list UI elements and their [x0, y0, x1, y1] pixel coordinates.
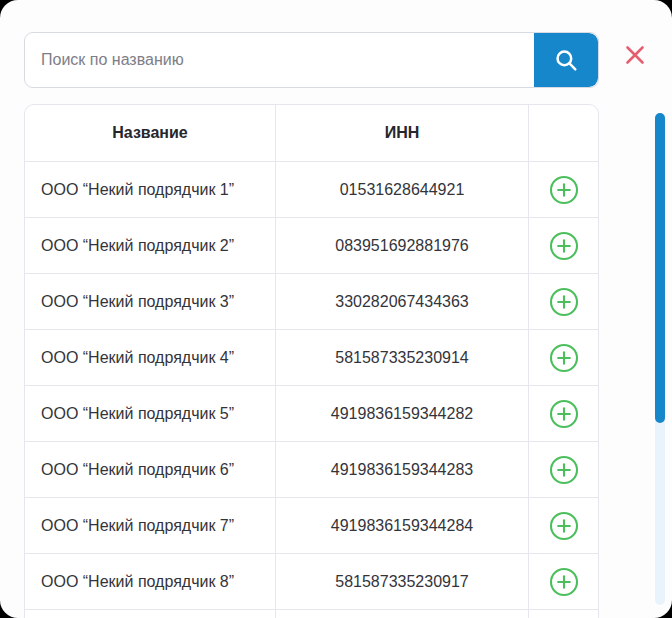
contractor-inn: 581587335230914	[275, 330, 528, 385]
plus-icon	[549, 511, 579, 541]
scrollbar-track[interactable]	[655, 113, 665, 605]
row-actions	[528, 442, 598, 497]
header-name: Название	[25, 105, 275, 161]
table-row: ООО “Некий подрядчик 5” 4919836159344282	[25, 385, 598, 441]
table-row: ООО “Некий подрядчик 6” 4919836159344283	[25, 441, 598, 497]
table-row: ООО “Некий подрядчик 8” 581587335230917	[25, 553, 598, 609]
contractor-inn: 01531628644921	[275, 162, 528, 217]
contractor-name: ООО “Некий подрядчик 4”	[25, 330, 275, 385]
table-body: ООО “Некий подрядчик 1” 01531628644921 О…	[25, 161, 598, 609]
search-icon	[553, 47, 579, 73]
row-actions	[528, 330, 598, 385]
add-contractor-button[interactable]	[549, 399, 579, 429]
row-actions	[528, 554, 598, 609]
close-icon	[625, 45, 645, 65]
contractor-inn: 581587335230917	[275, 554, 528, 609]
row-actions	[528, 274, 598, 329]
header-actions	[528, 105, 598, 161]
header-inn: ИНН	[275, 105, 528, 161]
row-actions	[528, 386, 598, 441]
contractor-name: ООО “Некий подрядчик 8”	[25, 554, 275, 609]
table-row-partial	[25, 609, 598, 618]
add-contractor-button[interactable]	[549, 287, 579, 317]
scrollbar-thumb[interactable]	[655, 113, 665, 423]
search-row	[24, 32, 645, 88]
plus-icon	[549, 455, 579, 485]
row-actions	[528, 162, 598, 217]
add-contractor-button[interactable]	[549, 343, 579, 373]
search-box	[24, 32, 599, 88]
contractor-name: ООО “Некий подрядчик 1”	[25, 162, 275, 217]
contractor-name: ООО “Некий подрядчик 2”	[25, 218, 275, 273]
add-contractor-button[interactable]	[549, 567, 579, 597]
contractor-inn: 4919836159344284	[275, 498, 528, 553]
table-header-row: Название ИНН	[25, 105, 598, 161]
add-contractor-button[interactable]	[549, 231, 579, 261]
add-contractor-button[interactable]	[549, 175, 579, 205]
contractor-search-panel: Название ИНН ООО “Некий подрядчик 1” 015…	[0, 0, 672, 618]
contractor-name: ООО “Некий подрядчик 6”	[25, 442, 275, 497]
table-row: ООО “Некий подрядчик 1” 01531628644921	[25, 161, 598, 217]
contractors-table: Название ИНН ООО “Некий подрядчик 1” 015…	[24, 104, 599, 618]
contractor-name: ООО “Некий подрядчик 3”	[25, 274, 275, 329]
close-button[interactable]	[625, 45, 645, 65]
row-actions	[528, 498, 598, 553]
contractor-inn: 4919836159344283	[275, 442, 528, 497]
plus-icon	[549, 567, 579, 597]
table-row: ООО “Некий подрядчик 7” 4919836159344284	[25, 497, 598, 553]
add-contractor-button[interactable]	[549, 511, 579, 541]
plus-icon	[549, 287, 579, 317]
plus-icon	[549, 231, 579, 261]
plus-icon	[549, 175, 579, 205]
contractor-name: ООО “Некий подрядчик 5”	[25, 386, 275, 441]
add-contractor-button[interactable]	[549, 455, 579, 485]
contractor-inn: 4919836159344282	[275, 386, 528, 441]
contractor-name: ООО “Некий подрядчик 7”	[25, 498, 275, 553]
row-actions	[528, 218, 598, 273]
table-row: ООО “Некий подрядчик 3” 330282067434363	[25, 273, 598, 329]
table-row: ООО “Некий подрядчик 2” 083951692881976	[25, 217, 598, 273]
contractor-inn: 083951692881976	[275, 218, 528, 273]
search-input[interactable]	[25, 33, 534, 87]
table-row: ООО “Некий подрядчик 4” 581587335230914	[25, 329, 598, 385]
contractor-inn: 330282067434363	[275, 274, 528, 329]
plus-icon	[549, 343, 579, 373]
search-button[interactable]	[534, 33, 598, 87]
plus-icon	[549, 399, 579, 429]
